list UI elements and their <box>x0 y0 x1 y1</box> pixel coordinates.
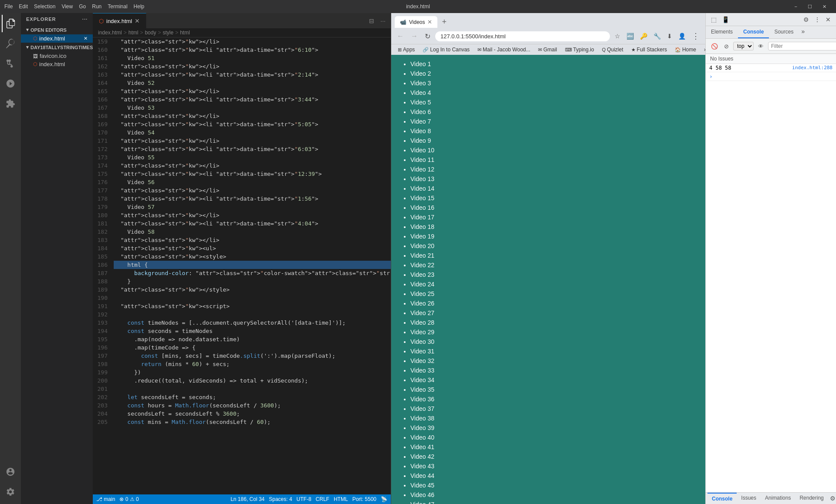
profile-button[interactable]: 👤 <box>676 31 688 41</box>
video-list-item: Video 3 <box>410 78 697 88</box>
settings-button[interactable]: ⚙ <box>802 15 811 24</box>
maximize-button[interactable]: ☐ <box>802 0 817 13</box>
activity-search[interactable] <box>2 35 19 52</box>
menu-view[interactable]: View <box>61 3 73 10</box>
split-editor-button[interactable]: ⊟ <box>367 17 376 25</box>
devtools-tab-elements[interactable]: Elements <box>706 26 738 38</box>
bookmark-fullstackers[interactable]: ★ Full Stackers <box>628 46 670 54</box>
editor-tab-index-html[interactable]: ⬡ index.html ✕ <box>93 13 146 28</box>
more-actions-button[interactable]: ··· <box>379 17 387 25</box>
menu-help[interactable]: Help <box>134 3 145 10</box>
dt-bottom-settings[interactable]: ⚙ <box>828 494 836 503</box>
breadcrumb-style[interactable]: style <box>162 30 173 36</box>
devtools-bottom-tab-console[interactable]: Console <box>707 493 737 504</box>
devtools-tab-sources[interactable]: Sources <box>769 26 799 38</box>
activity-extensions[interactable] <box>2 95 19 112</box>
bookmark-canvas[interactable]: 🔗 Log In to Canvas <box>420 46 473 54</box>
activity-explorer[interactable] <box>2 15 19 32</box>
activity-run[interactable] <box>2 75 19 92</box>
extension2-button[interactable]: 🔑 <box>638 31 650 41</box>
bookmark-gmail[interactable]: ✉ Gmail <box>535 46 560 54</box>
browser-content[interactable]: Video 1Video 2Video 3Video 4Video 5Video… <box>391 55 705 504</box>
breadcrumb-html[interactable]: html <box>129 30 139 36</box>
tab-label: index.html <box>106 18 132 24</box>
menu-edit[interactable]: Edit <box>19 3 28 10</box>
mail-icon: ✉ <box>477 47 481 53</box>
file-close-icon[interactable]: ✕ <box>84 36 88 41</box>
code-content[interactable]: "attr">class="str">"kw"></li> "attr">cla… <box>112 37 391 494</box>
devtools-top-right: ⚙ ⋮ ✕ <box>802 15 833 24</box>
menu-go[interactable]: Go <box>79 3 86 10</box>
menu-run[interactable]: Run <box>92 3 102 10</box>
forward-button[interactable]: → <box>409 31 420 41</box>
status-encoding[interactable]: UTF-8 <box>297 496 311 502</box>
video-list-item: Video 47 <box>410 500 697 504</box>
open-editors-section[interactable]: ▾OPEN EDITORS <box>21 25 93 34</box>
breadcrumb-body[interactable]: body <box>145 30 156 36</box>
activity-source-control[interactable] <box>2 55 19 72</box>
devtools-tab-more-icon[interactable]: » <box>799 26 807 38</box>
address-input[interactable] <box>435 31 610 41</box>
console-filter-input[interactable] <box>768 42 836 50</box>
tab-close-icon[interactable]: ✕ <box>135 17 140 24</box>
status-line-ending[interactable]: CRLF <box>316 496 329 502</box>
console-line-ref[interactable]: index.html:288 <box>792 65 833 71</box>
status-spaces[interactable]: Spaces: 4 <box>269 496 292 502</box>
project-section[interactable]: ▾DAY18TALLYSTRINGTIMES <box>21 43 93 52</box>
breadcrumb-html2[interactable]: html <box>180 30 190 36</box>
menu-file[interactable]: File <box>4 3 13 10</box>
extension1-button[interactable]: 🔤 <box>624 31 636 41</box>
console-context-select[interactable]: top <box>733 42 754 50</box>
bookmark-home[interactable]: 🏠 Home <box>672 46 699 54</box>
activity-account[interactable] <box>2 463 19 480</box>
bookmark-mail[interactable]: ✉ Mail - Jacob Wood... <box>474 46 533 54</box>
sidebar-file-favicon[interactable]: 🖼 favicon.ico <box>21 52 93 60</box>
close-devtools-button[interactable]: ✕ <box>824 15 833 24</box>
bookmark-typing[interactable]: ⌨ Typing.io <box>562 46 597 54</box>
browser-tab-videos[interactable]: 📹 Videos ✕ <box>395 16 437 28</box>
code-editor[interactable]: 1591601611621631641651661671681691701711… <box>93 37 391 494</box>
breadcrumb-file[interactable]: index.html <box>98 30 122 36</box>
eye-button[interactable]: 👁 <box>756 42 765 50</box>
video-list-item: Video 25 <box>410 289 697 299</box>
bookmark-quizlet[interactable]: Q Quizlet <box>599 46 626 54</box>
extension3-button[interactable]: 🔧 <box>651 31 663 41</box>
sidebar-file-index-html-open[interactable]: ⬡ index.html ✕ <box>21 34 93 43</box>
menu-terminal[interactable]: Terminal <box>108 3 127 10</box>
sidebar-file-index-html[interactable]: ⬡ index.html <box>21 60 93 68</box>
menu-bar: File Edit Selection View Go Run Terminal… <box>4 3 144 10</box>
inspect-element-button[interactable]: ⬚ <box>709 15 718 24</box>
status-liveserver-icon[interactable]: 📡 <box>381 496 387 502</box>
activity-settings[interactable] <box>2 483 19 501</box>
devtools-bottom-tab-issues[interactable]: Issues <box>737 493 761 504</box>
menu-selection[interactable]: Selection <box>34 3 55 10</box>
status-port[interactable]: Port: 5500 <box>352 496 376 502</box>
browser-tab-bar: 📹 Videos ✕ + <box>391 13 705 28</box>
status-errors[interactable]: ⊗ 0 ⚠ 0 <box>119 496 139 502</box>
status-language[interactable]: HTML <box>334 496 348 502</box>
bookmark-apps[interactable]: ⊞ Apps <box>395 46 418 54</box>
device-toolbar-button[interactable]: 📱 <box>720 15 731 24</box>
extension4-button[interactable]: ⬇ <box>665 31 674 41</box>
minimize-button[interactable]: − <box>789 0 802 13</box>
back-button[interactable]: ← <box>395 31 406 41</box>
console-content: 4 58 58 index.html:288 › <box>706 64 836 492</box>
home-icon: 🏠 <box>675 47 681 53</box>
status-branch[interactable]: ⎇ main <box>96 496 115 502</box>
console-filter-icon[interactable]: ⊘ <box>722 42 731 50</box>
close-button[interactable]: ✕ <box>817 0 832 13</box>
devtools-bottom-tab-rendering[interactable]: Rendering <box>795 493 828 504</box>
devtools-bottom-tab-animations[interactable]: Animations <box>761 493 795 504</box>
reload-button[interactable]: ↻ <box>423 31 433 41</box>
devtools-top-icons: ⬚ 📱 <box>709 15 731 24</box>
status-line-col[interactable]: Ln 186, Col 34 <box>230 496 264 502</box>
browser-tab-close-icon[interactable]: ✕ <box>427 19 432 25</box>
clear-console-button[interactable]: 🚫 <box>709 42 720 50</box>
sidebar-collapse-icon[interactable]: ··· <box>82 17 88 22</box>
tab-bar: ⬡ index.html ✕ ⊟ ··· <box>93 13 391 28</box>
bookmark-star-button[interactable]: ☆ <box>613 31 623 41</box>
new-tab-button[interactable]: + <box>439 16 449 28</box>
more-tools-button[interactable]: ⋮ <box>812 15 822 24</box>
menu-more-button[interactable]: ⋮ <box>690 30 702 42</box>
devtools-tab-console[interactable]: Console <box>738 26 769 38</box>
